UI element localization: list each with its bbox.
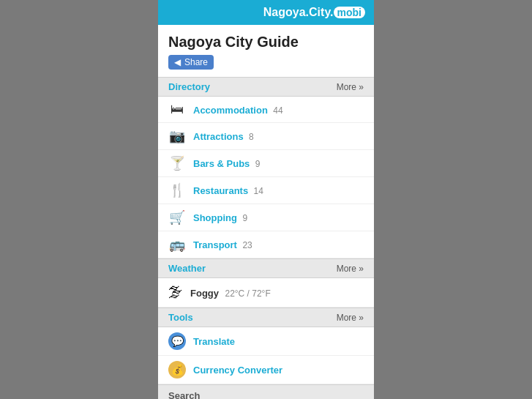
shopping-count: 9 [242,213,247,223]
bars-label[interactable]: Bars & Pubs [193,158,250,169]
bed-icon: 🛏 [168,102,186,117]
search-bar[interactable]: Search [158,384,374,399]
list-item-accommodation[interactable]: 🛏 Accommodation 44 [158,97,374,123]
list-item-attractions[interactable]: 📷 Attractions 8 [158,123,374,150]
tools-title: Tools [168,312,193,323]
list-item-restaurants[interactable]: 🍴 Restaurants 14 [158,177,374,204]
tools-item-currency[interactable]: 💰 Currency Converter [158,356,374,384]
share-icon: ◀ [174,57,181,67]
tools-item-translate[interactable]: 💬 Translate [158,327,374,356]
main-content: Nagoya City Guide ◀ Share Directory More… [158,25,374,399]
accommodation-count: 44 [273,105,282,116]
currency-label[interactable]: Currency Converter [193,365,282,376]
transport-count: 23 [242,240,252,250]
restaurants-label[interactable]: Restaurants [193,185,248,196]
weather-condition: Foggy [190,288,219,299]
page-title: Nagoya City Guide [158,25,374,55]
list-item-shopping[interactable]: 🛒 Shopping 9 [158,204,374,231]
bus-icon: 🚌 [168,236,186,253]
directory-title: Directory [168,81,210,92]
translate-label[interactable]: Translate [193,336,235,347]
attractions-label[interactable]: Attractions [193,131,244,142]
attractions-count: 8 [249,132,254,142]
weather-temp: 22°C / 72°F [225,288,270,299]
fog-icon: 🌫 [168,284,183,301]
directory-more[interactable]: More » [337,82,364,92]
weather-section-header: Weather More » [158,258,374,278]
fork-icon: 🍴 [168,182,186,198]
tools-more[interactable]: More » [337,313,364,323]
camera-icon: 📷 [168,128,186,144]
shopping-label[interactable]: Shopping [193,212,237,223]
currency-icon: 💰 [168,361,186,379]
site-title: Nagoya.City.mobi [263,6,365,18]
bars-count: 9 [255,159,261,169]
phone-frame: Nagoya.City.mobi Nagoya City Guide ◀ Sha… [158,0,374,399]
tools-section-header: Tools More » [158,307,374,327]
cart-icon: 🛒 [168,209,186,225]
translate-icon: 💬 [168,332,186,350]
restaurants-count: 14 [254,186,263,196]
list-item-bars[interactable]: 🍸 Bars & Pubs 9 [158,150,374,177]
mobi-badge: mobi [334,7,365,18]
weather-title: Weather [168,263,206,274]
transport-label[interactable]: Transport [193,239,237,250]
accommodation-label[interactable]: Accommodation [193,105,268,116]
directory-section-header: Directory More » [158,77,374,97]
search-label: Search [168,390,200,399]
cocktail-icon: 🍸 [168,155,186,171]
share-button[interactable]: ◀ Share [168,55,214,70]
share-label: Share [184,57,208,67]
weather-item[interactable]: 🌫 Foggy 22°C / 72°F [158,278,374,307]
top-bar: Nagoya.City.mobi [158,0,374,25]
weather-more[interactable]: More » [337,264,364,274]
list-item-transport[interactable]: 🚌 Transport 23 [158,231,374,258]
